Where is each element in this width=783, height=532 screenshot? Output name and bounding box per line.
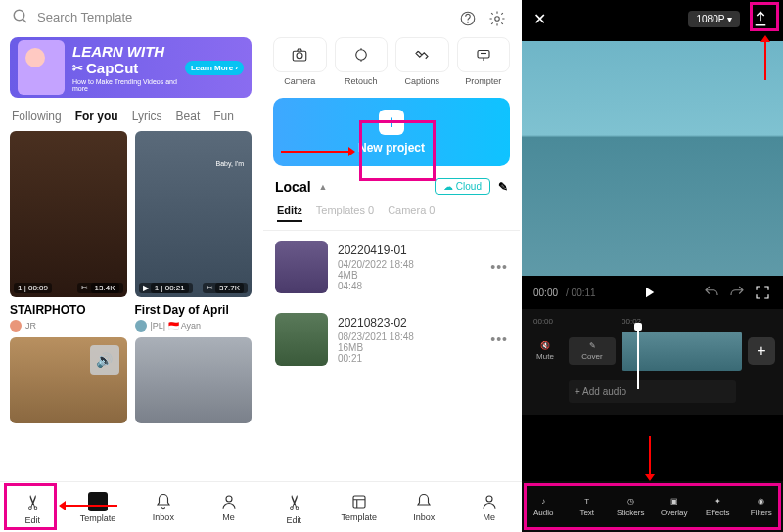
project-thumb	[275, 241, 328, 293]
promo-banner[interactable]: LEARN WITH ✂CapCut How to Make Trending …	[10, 37, 252, 98]
text-icon: T	[584, 497, 589, 506]
nav-template[interactable]: Template	[327, 482, 392, 532]
template-thumb: Baby, I'm ▶ 1 | 00:21✂ 37.7K	[135, 131, 253, 297]
video-track[interactable]	[622, 332, 742, 371]
project-thumb	[275, 313, 328, 366]
template-icon	[350, 493, 368, 510]
bottom-nav: ✂Edit Template Inbox Me	[261, 481, 522, 532]
ednav-stickers[interactable]: ◷Stickers	[609, 481, 653, 532]
editor-topbar: ✕ 1080P ▾	[522, 0, 783, 37]
banner-line2: ✂CapCut	[72, 60, 185, 76]
template-icon	[88, 492, 108, 511]
ednav-audio[interactable]: ♪Audio	[522, 481, 566, 532]
banner-sub: How to Make Trending Videos and more	[72, 78, 185, 92]
ednav-overlay[interactable]: ▣Overlay	[653, 481, 697, 532]
tool-grid: Camera Retouch Captions Prompter	[261, 37, 522, 86]
bell-icon	[415, 493, 433, 510]
mute-button[interactable]: 🔇Mute	[522, 341, 569, 361]
cover-button[interactable]: ✎Cover	[569, 337, 616, 365]
resolution-badge[interactable]: 1080P ▾	[688, 11, 740, 27]
editor-nav: ♪Audio TText ◷Stickers ▣Overlay ✦Effects…	[522, 481, 783, 532]
edit-icon[interactable]: ✎	[498, 180, 508, 194]
template-thumb: 1 | 00:09✂ 13.4K	[10, 131, 127, 297]
play-icon[interactable]	[640, 284, 658, 301]
timeline[interactable]: 00:0000:02 🔇Mute ✎Cover + + Add audio	[522, 309, 783, 415]
bell-icon	[155, 493, 172, 510]
ednav-effects[interactable]: ✦Effects	[696, 481, 740, 532]
svg-point-7	[297, 53, 302, 59]
scissors-icon: ✂	[282, 493, 305, 510]
close-icon[interactable]: ✕	[533, 10, 546, 28]
playhead[interactable]	[637, 327, 639, 389]
arrow-to-editornav	[649, 436, 651, 479]
person-icon	[220, 493, 238, 510]
category-tabs: Following For you Lyrics Beat Fun	[0, 102, 261, 131]
svg-rect-12	[353, 496, 365, 508]
learn-more-button[interactable]: Learn More ›	[185, 61, 244, 75]
card-user: JR	[10, 320, 127, 332]
tab-fun[interactable]: Fun	[213, 110, 234, 123]
tool-captions[interactable]: Captions	[395, 37, 449, 86]
person-icon	[481, 493, 498, 510]
local-header: Local ▲ ☁ Cloud ✎	[261, 178, 522, 195]
captions-icon	[413, 46, 431, 64]
bottom-nav: ✂Edit Template Inbox Me	[0, 481, 261, 532]
overlay-icon: ▣	[670, 497, 678, 506]
nav-me[interactable]: Me	[457, 482, 523, 532]
subtab-camera[interactable]: Camera 0	[388, 204, 435, 222]
card-user: |PL| 🇮🇩 Ayan	[135, 320, 253, 332]
project-row[interactable]: 20210823-02 08/23/2021 18:48 16MB 00:21 …	[261, 303, 522, 376]
gear-icon[interactable]	[488, 10, 506, 27]
sticker-icon: ◷	[627, 497, 634, 506]
template-thumb[interactable]	[135, 337, 253, 423]
project-subtabs: Edit2 Templates 0 Camera 0	[263, 195, 520, 231]
nav-inbox[interactable]: Inbox	[392, 482, 457, 532]
chevron-up-icon: ▲	[319, 182, 328, 192]
add-clip-button[interactable]: +	[748, 337, 775, 365]
ednav-filters[interactable]: ◉Filters	[740, 481, 784, 532]
video-preview[interactable]	[522, 41, 783, 276]
cloud-button[interactable]: ☁ Cloud	[435, 178, 490, 195]
fullscreen-icon[interactable]	[754, 284, 771, 301]
tool-prompter[interactable]: Prompter	[457, 37, 511, 86]
subtab-edit[interactable]: Edit2	[277, 204, 302, 222]
tab-lyrics[interactable]: Lyrics	[132, 110, 162, 123]
search-bar[interactable]: Search Template	[0, 0, 261, 33]
tab-foryou[interactable]: For you	[75, 110, 118, 123]
plus-icon: +	[379, 110, 404, 135]
nav-template[interactable]: Template	[66, 482, 131, 532]
tool-retouch[interactable]: Retouch	[335, 37, 389, 86]
export-button[interactable]	[750, 8, 771, 29]
nav-inbox[interactable]: Inbox	[131, 482, 197, 532]
template-thumb[interactable]: 🔊	[10, 337, 127, 423]
arrow-to-export	[764, 37, 766, 80]
template-card[interactable]: Baby, I'm ▶ 1 | 00:21✂ 37.7K First Day o…	[135, 131, 253, 332]
svg-point-5	[495, 17, 500, 22]
add-audio-button[interactable]: + Add audio	[569, 380, 736, 403]
svg-point-4	[468, 22, 469, 22]
search-icon	[12, 8, 29, 25]
new-project-button[interactable]: + New project	[273, 98, 510, 166]
template-card[interactable]: 1 | 00:09✂ 13.4K STAIRPHOTO JR	[10, 131, 127, 332]
help-icon[interactable]	[459, 10, 477, 27]
redo-icon[interactable]	[728, 284, 746, 301]
svg-point-8	[356, 50, 367, 61]
editor-panel: ✕ 1080P ▾ 00:00/ 00:11 00:0000:02 🔇Mute …	[522, 0, 783, 532]
nav-me[interactable]: Me	[196, 482, 261, 532]
template-grid: 1 | 00:09✂ 13.4K STAIRPHOTO JR Baby, I'm…	[0, 131, 261, 332]
svg-point-0	[14, 10, 24, 21]
project-row[interactable]: 20220419-01 04/20/2022 18:48 4MB 04:48 •…	[261, 231, 522, 303]
tab-beat[interactable]: Beat	[176, 110, 201, 123]
nav-edit[interactable]: ✂Edit	[261, 482, 327, 532]
more-icon[interactable]: •••	[490, 259, 508, 275]
tool-camera[interactable]: Camera	[273, 37, 327, 86]
banner-illustration	[18, 40, 65, 95]
undo-icon[interactable]	[703, 284, 720, 301]
ednav-text[interactable]: TText	[566, 481, 610, 532]
subtab-templates[interactable]: Templates 0	[316, 204, 374, 222]
tab-following[interactable]: Following	[12, 110, 62, 123]
local-label[interactable]: Local	[275, 179, 311, 195]
card-title: STAIRPHOTO	[10, 303, 127, 317]
prompter-icon	[475, 46, 492, 64]
more-icon[interactable]: •••	[490, 332, 508, 347]
